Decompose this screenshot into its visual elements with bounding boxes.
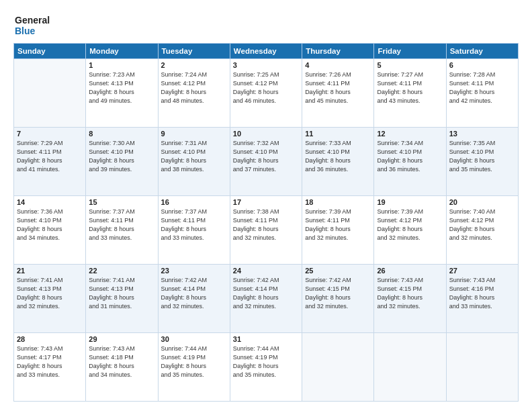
calendar-cell: 1Sunrise: 7:23 AMSunset: 4:13 PMDaylight… — [86, 59, 158, 128]
day-info: Sunrise: 7:44 AMSunset: 4:19 PMDaylight:… — [161, 345, 227, 379]
day-number: 8 — [89, 130, 154, 138]
day-info: Sunrise: 7:32 AMSunset: 4:10 PMDaylight:… — [233, 139, 299, 174]
day-number: 12 — [377, 130, 443, 138]
calendar-week-row: 28Sunrise: 7:43 AMSunset: 4:17 PMDayligh… — [14, 333, 519, 402]
weekday-header-tuesday: Tuesday — [158, 44, 230, 59]
day-number: 3 — [233, 61, 299, 69]
day-number: 6 — [449, 61, 515, 69]
day-number: 5 — [377, 61, 443, 69]
day-info: Sunrise: 7:37 AMSunset: 4:11 PMDaylight:… — [89, 208, 154, 242]
day-info: Sunrise: 7:41 AMSunset: 4:13 PMDaylight:… — [17, 276, 83, 311]
day-number: 20 — [449, 198, 515, 206]
day-number: 29 — [89, 335, 154, 343]
calendar-cell: 17Sunrise: 7:38 AMSunset: 4:11 PMDayligh… — [230, 196, 302, 265]
calendar-cell: 23Sunrise: 7:42 AMSunset: 4:14 PMDayligh… — [158, 265, 230, 333]
calendar-cell — [302, 333, 374, 402]
day-number: 25 — [305, 267, 371, 275]
calendar-cell: 11Sunrise: 7:33 AMSunset: 4:10 PMDayligh… — [302, 128, 374, 196]
calendar-cell: 28Sunrise: 7:43 AMSunset: 4:17 PMDayligh… — [14, 333, 86, 402]
calendar-cell: 4Sunrise: 7:26 AMSunset: 4:11 PMDaylight… — [302, 59, 374, 128]
day-info: Sunrise: 7:38 AMSunset: 4:11 PMDaylight:… — [233, 208, 299, 242]
calendar-cell: 26Sunrise: 7:43 AMSunset: 4:15 PMDayligh… — [374, 265, 446, 333]
day-info: Sunrise: 7:29 AMSunset: 4:11 PMDaylight:… — [17, 139, 83, 174]
day-number: 21 — [17, 267, 83, 275]
calendar-week-row: 1Sunrise: 7:23 AMSunset: 4:13 PMDaylight… — [14, 59, 519, 128]
day-number: 24 — [233, 267, 299, 275]
calendar-cell: 22Sunrise: 7:41 AMSunset: 4:13 PMDayligh… — [86, 265, 158, 333]
day-info: Sunrise: 7:35 AMSunset: 4:10 PMDaylight:… — [449, 139, 515, 174]
day-number: 16 — [161, 198, 227, 206]
day-info: Sunrise: 7:42 AMSunset: 4:14 PMDaylight:… — [161, 276, 227, 311]
calendar-cell — [374, 333, 446, 402]
weekday-header-wednesday: Wednesday — [230, 44, 302, 59]
calendar-cell — [446, 333, 518, 402]
calendar-cell: 8Sunrise: 7:30 AMSunset: 4:10 PMDaylight… — [86, 128, 158, 196]
calendar-cell: 25Sunrise: 7:42 AMSunset: 4:15 PMDayligh… — [302, 265, 374, 333]
day-info: Sunrise: 7:34 AMSunset: 4:10 PMDaylight:… — [377, 139, 443, 174]
day-info: Sunrise: 7:43 AMSunset: 4:18 PMDaylight:… — [89, 345, 154, 379]
calendar-cell: 12Sunrise: 7:34 AMSunset: 4:10 PMDayligh… — [374, 128, 446, 196]
day-info: Sunrise: 7:44 AMSunset: 4:19 PMDaylight:… — [233, 345, 299, 379]
calendar-cell: 16Sunrise: 7:37 AMSunset: 4:11 PMDayligh… — [158, 196, 230, 265]
weekday-header-monday: Monday — [86, 44, 158, 59]
logo-general: General — [15, 15, 50, 26]
day-number: 22 — [89, 267, 154, 275]
day-number: 31 — [233, 335, 299, 343]
day-info: Sunrise: 7:43 AMSunset: 4:16 PMDaylight:… — [449, 276, 515, 311]
day-number: 14 — [17, 198, 83, 206]
calendar-cell: 6Sunrise: 7:28 AMSunset: 4:11 PMDaylight… — [446, 59, 518, 128]
calendar-cell: 13Sunrise: 7:35 AMSunset: 4:10 PMDayligh… — [446, 128, 518, 196]
day-info: Sunrise: 7:27 AMSunset: 4:11 PMDaylight:… — [377, 71, 443, 105]
day-number: 9 — [161, 130, 227, 138]
calendar-cell: 9Sunrise: 7:31 AMSunset: 4:10 PMDaylight… — [158, 128, 230, 196]
weekday-header-friday: Friday — [374, 44, 446, 59]
calendar-cell: 21Sunrise: 7:41 AMSunset: 4:13 PMDayligh… — [14, 265, 86, 333]
day-info: Sunrise: 7:40 AMSunset: 4:12 PMDaylight:… — [449, 208, 515, 242]
day-info: Sunrise: 7:43 AMSunset: 4:17 PMDaylight:… — [17, 345, 83, 379]
day-info: Sunrise: 7:42 AMSunset: 4:14 PMDaylight:… — [233, 276, 299, 311]
day-number: 13 — [449, 130, 515, 138]
day-number: 7 — [17, 130, 83, 138]
weekday-header-saturday: Saturday — [446, 44, 518, 59]
calendar-cell: 18Sunrise: 7:39 AMSunset: 4:11 PMDayligh… — [302, 196, 374, 265]
day-number: 10 — [233, 130, 299, 138]
day-number: 17 — [233, 198, 299, 206]
calendar-cell: 31Sunrise: 7:44 AMSunset: 4:19 PMDayligh… — [230, 333, 302, 402]
calendar-cell: 14Sunrise: 7:36 AMSunset: 4:10 PMDayligh… — [14, 196, 86, 265]
calendar-cell: 5Sunrise: 7:27 AMSunset: 4:11 PMDaylight… — [374, 59, 446, 128]
day-number: 1 — [89, 61, 154, 69]
day-info: Sunrise: 7:42 AMSunset: 4:15 PMDaylight:… — [305, 276, 371, 311]
day-info: Sunrise: 7:30 AMSunset: 4:10 PMDaylight:… — [89, 139, 154, 174]
day-number: 15 — [89, 198, 154, 206]
logo-blue: Blue — [15, 26, 50, 36]
calendar-cell: 29Sunrise: 7:43 AMSunset: 4:18 PMDayligh… — [86, 333, 158, 402]
calendar-week-row: 7Sunrise: 7:29 AMSunset: 4:11 PMDaylight… — [14, 128, 519, 196]
day-number: 23 — [161, 267, 227, 275]
day-number: 2 — [161, 61, 227, 69]
calendar-cell: 24Sunrise: 7:42 AMSunset: 4:14 PMDayligh… — [230, 265, 302, 333]
header: General Blue General Blue — [13, 12, 519, 36]
day-number: 19 — [377, 198, 443, 206]
calendar-cell: 27Sunrise: 7:43 AMSunset: 4:16 PMDayligh… — [446, 265, 518, 333]
day-info: Sunrise: 7:39 AMSunset: 4:12 PMDaylight:… — [377, 208, 443, 242]
day-number: 26 — [377, 267, 443, 275]
calendar-week-row: 14Sunrise: 7:36 AMSunset: 4:10 PMDayligh… — [14, 196, 519, 265]
calendar-cell: 3Sunrise: 7:25 AMSunset: 4:12 PMDaylight… — [230, 59, 302, 128]
calendar-cell: 15Sunrise: 7:37 AMSunset: 4:11 PMDayligh… — [86, 196, 158, 265]
day-number: 11 — [305, 130, 371, 138]
day-info: Sunrise: 7:41 AMSunset: 4:13 PMDaylight:… — [89, 276, 154, 311]
day-info: Sunrise: 7:28 AMSunset: 4:11 PMDaylight:… — [449, 71, 515, 105]
logo: General Blue General Blue — [13, 15, 50, 36]
calendar-cell: 20Sunrise: 7:40 AMSunset: 4:12 PMDayligh… — [446, 196, 518, 265]
day-number: 30 — [161, 335, 227, 343]
calendar-cell: 2Sunrise: 7:24 AMSunset: 4:12 PMDaylight… — [158, 59, 230, 128]
weekday-header-thursday: Thursday — [302, 44, 374, 59]
calendar-cell: 7Sunrise: 7:29 AMSunset: 4:11 PMDaylight… — [14, 128, 86, 196]
day-info: Sunrise: 7:23 AMSunset: 4:13 PMDaylight:… — [89, 71, 154, 105]
day-info: Sunrise: 7:37 AMSunset: 4:11 PMDaylight:… — [161, 208, 227, 242]
page: General Blue General Blue SundayMondayTu… — [0, 0, 532, 411]
day-number: 27 — [449, 267, 515, 275]
weekday-header-row: SundayMondayTuesdayWednesdayThursdayFrid… — [14, 44, 519, 59]
day-number: 18 — [305, 198, 371, 206]
day-info: Sunrise: 7:43 AMSunset: 4:15 PMDaylight:… — [377, 276, 443, 311]
